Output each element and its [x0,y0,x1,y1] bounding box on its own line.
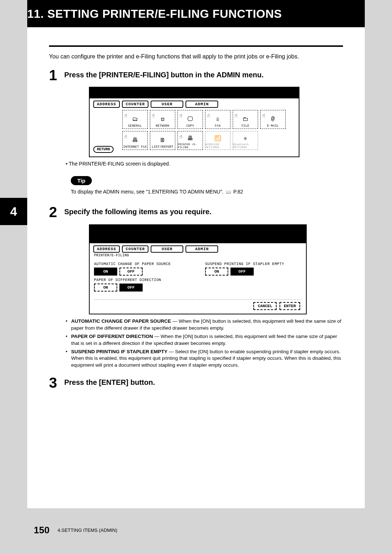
copy-icon: 🖵 [185,115,195,123]
tile-label: PRINTER /E-FILING [178,143,203,149]
tab-user[interactable]: USER [151,101,183,108]
pointer-icon: ☝ [179,113,183,119]
tile-label: LIST/REPORT [152,145,173,149]
tab-row: ADDRESS COUNTER USER ADMIN [90,98,299,108]
desc-item-3: SUSPEND PRINTING IF STAPLER EMPTY — Sele… [66,349,343,369]
breadcrumb: PRINTER/E-FILING [90,253,306,257]
divider [94,300,302,300]
tip-text: To display the ADMIN menu, see "1.ENTERI… [71,189,343,195]
tab-address[interactable]: ADDRESS [93,245,120,253]
page-number: 150 [34,525,49,536]
tile-list-report[interactable]: 🗎 LIST/REPORT [150,131,175,150]
email-icon: @ [268,115,278,123]
tab-admin[interactable]: ADMIN [185,245,218,253]
opt1-on[interactable]: ON [94,268,117,276]
tile-bluetooth: ✱ Bluetooth SETTINGS [233,131,258,150]
tile-general[interactable]: ☝ 🗂 GENERAL [122,110,148,129]
horizontal-rule [49,45,343,47]
step-2: 2 Specify the following items as you req… [49,205,343,219]
opt3-label: SUSPEND PRINTING IF STAPLER EMPTY [205,262,302,266]
tile-network[interactable]: ☝ ⧈ NETWORK [150,110,175,129]
step-title: Specify the following items as you requi… [64,205,212,219]
wireless-icon: 📶 [213,134,223,143]
icon-area: ☝ 🗂 GENERAL ☝ ⧈ NETWORK ☝ 🖵 COPY [90,108,299,156]
step-title: Press the [PRINTER/E-FILING] button in t… [64,68,264,82]
opt3-toggle: ON OFF [205,268,302,276]
tile-label: INTERNET FAX [123,145,147,149]
pointer-icon: ☝ [124,113,127,119]
tile-label: FILE [241,124,249,128]
tile-label: WIRELESS SETTINGS [205,143,230,149]
desc-item-1: AUTOMATIC CHANGE OF PAPER SOURCE — When … [66,318,343,332]
internet-fax-icon: 🖷 [130,136,140,144]
option-descriptions: AUTOMATIC CHANGE OF PAPER SOURCE — When … [66,318,343,369]
icon-grid: ☝ 🗂 GENERAL ☝ ⧈ NETWORK ☝ 🖵 COPY [90,108,299,154]
bluetooth-icon: ✱ [240,134,250,143]
step-3: 3 Press the [ENTER] button. [49,375,343,390]
pointer-icon: ☝ [152,113,155,119]
tile-label: E-MAIL [267,124,279,128]
desc1-term: AUTOMATIC CHANGE OF PAPER SOURCE [71,318,171,324]
page-body: 11. SETTING PRINTER/E-FILING FUNCTIONS Y… [27,0,365,508]
tab-row: ADDRESS COUNTER USER ADMIN [90,243,306,253]
step-number: 3 [49,375,59,390]
book-icon: 📖 [226,190,231,195]
tile-wireless: 📶 WIRELESS SETTINGS [205,131,230,150]
tile-email[interactable]: ☝ @ E-MAIL [260,110,286,129]
tile-label: NETWORK [156,124,170,128]
tab-counter[interactable]: COUNTER [122,101,148,108]
tip-page-ref: P.82 [233,189,243,195]
tab-user[interactable]: USER [151,245,183,253]
pointer-icon: ☝ [207,113,210,119]
printer-icon: 🖶 [185,134,195,143]
step-1: 1 Press the [PRINTER/E-FILING] button in… [49,68,343,82]
tile-printer-efiling[interactable]: ☝ 🖶 PRINTER /E-FILING [177,131,203,150]
tip-label: Tip [71,176,92,185]
step-number: 2 [49,205,59,219]
title-bar [90,87,299,98]
options-body: AUTOMATIC CHANGE OF PAPER SOURCE ON OFF … [90,257,306,297]
tile-label: GENERAL [128,124,142,128]
left-column: AUTOMATIC CHANGE OF PAPER SOURCE ON OFF … [94,260,191,294]
tab-counter[interactable]: COUNTER [122,245,148,253]
action-row: CANCEL ENTER [90,301,306,314]
general-icon: 🗂 [130,115,140,123]
tab-admin[interactable]: ADMIN [185,101,218,108]
opt2-off[interactable]: OFF [119,284,143,292]
opt1-off[interactable]: OFF [119,268,143,276]
network-icon: ⧈ [158,115,168,123]
title-bar [90,225,306,243]
tile-label: Bluetooth SETTINGS [233,143,258,149]
tile-label: COPY [186,124,194,128]
tile-copy[interactable]: ☝ 🖵 COPY [177,110,203,129]
content-area: You can configure the printer and e-Fili… [27,27,365,390]
desc3-term: SUSPEND PRINTING IF STAPLER EMPTY [71,349,167,354]
page-footer: 150 4.SETTING ITEMS (ADMIN) [27,520,365,539]
section-side-tab: 4 [0,198,27,225]
cancel-button[interactable]: CANCEL [253,302,277,310]
tile-internet-fax[interactable]: ☝ 🖷 INTERNET FAX [122,131,148,150]
opt2-toggle: ON OFF [94,284,191,292]
right-column: SUSPEND PRINTING IF STAPLER EMPTY ON OFF [205,260,302,294]
opt2-on[interactable]: ON [94,284,117,292]
tile-fax[interactable]: ☝ ☏ FAX [205,110,230,129]
footer-text: 4.SETTING ITEMS (ADMIN) [57,527,117,533]
step-number: 1 [49,68,59,82]
tab-address[interactable]: ADDRESS [93,101,120,108]
enter-button[interactable]: ENTER [279,302,300,310]
opt3-off[interactable]: OFF [230,268,254,276]
desc2-term: PAPER OF DIFFERENT DIRECTION [71,334,153,339]
intro-text: You can configure the printer and e-Fili… [49,53,343,60]
tip-body: To display the ADMIN menu, see "1.ENTERI… [71,189,224,195]
list-report-icon: 🗎 [158,136,168,144]
step-title: Press the [ENTER] button. [64,375,155,390]
pointer-icon: ☝ [262,113,265,119]
admin-menu-screenshot: ADDRESS COUNTER USER ADMIN ☝ 🗂 GENERAL ☝… [89,87,299,157]
pointer-icon: ☝ [124,134,127,140]
step1-note: The PRINTER/E-FILING screen is displayed… [66,161,343,167]
opt3-on[interactable]: ON [205,268,228,276]
return-button[interactable]: RETURN [93,146,114,153]
tile-file[interactable]: ☝ 🗀 FILE [233,110,258,129]
fax-icon: ☏ [213,115,223,123]
opt2-label: PAPER OF DIFFERENT DIRECTION [94,278,191,282]
